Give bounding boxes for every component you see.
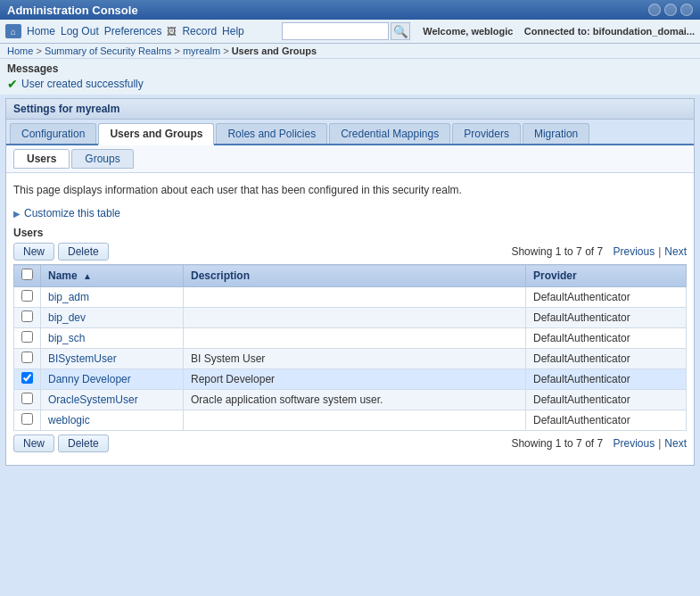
row-checkbox[interactable] [21,393,33,404]
main-tabs: Configuration Users and Groups Roles and… [6,120,694,145]
record-link[interactable]: Record [182,25,217,37]
image-icon: 🖼 [167,26,177,37]
delete-button-bottom[interactable]: Delete [58,435,109,452]
user-link[interactable]: bip_sch [48,332,85,344]
customize-label[interactable]: Customize this table [24,207,120,219]
tab-roles-and-policies[interactable]: Roles and Policies [216,123,327,144]
row-name-cell: OracleSystemUser [41,390,184,410]
row-checkbox-cell [14,349,41,369]
home-link[interactable]: Home [27,25,55,37]
row-description-cell [184,328,526,349]
window-controls [648,4,693,16]
row-checkbox[interactable] [21,352,33,363]
row-checkbox[interactable] [21,290,33,302]
paging-info-bottom: Showing 1 to 7 of 7 Previous | Next [511,437,687,450]
table-row: bip_adm DefaultAuthenticator [14,287,687,308]
table-row: BISystemUser BI System User DefaultAuthe… [14,349,687,369]
breadcrumb-summary[interactable]: Summary of Security Realms [45,46,171,56]
new-button-bottom[interactable]: New [13,435,54,452]
user-link[interactable]: bip_adm [48,291,89,303]
delete-button-top[interactable]: Delete [58,243,109,261]
close-btn[interactable] [680,4,693,16]
header-name[interactable]: Name ▲ [41,265,184,287]
user-link[interactable]: OracleSystemUser [48,393,138,406]
row-name-cell: bip_adm [41,287,184,308]
table-row: bip_sch DefaultAuthenticator [14,328,687,349]
breadcrumb-home[interactable]: Home [7,46,33,56]
row-description-cell: Report Developer [184,369,526,390]
row-name-cell: bip_sch [41,328,184,349]
breadcrumb-current: Users and Groups [232,46,317,56]
row-checkbox-cell [14,287,41,308]
previous-link-top[interactable]: Previous [614,245,655,258]
home-icon: ⌂ [5,24,21,38]
row-checkbox[interactable] [21,413,33,425]
minimize-btn[interactable] [648,4,661,16]
messages-label: Messages [7,62,693,75]
success-link[interactable]: User created successfully [21,78,144,90]
table-toolbar-top: New Delete Showing 1 to 7 of 7 Previous … [13,243,687,261]
user-link[interactable]: weblogic [48,414,90,426]
next-link-bottom[interactable]: Next [664,437,687,450]
row-provider-cell: DefaultAuthenticator [526,410,687,431]
triangle-icon: ▶ [13,209,21,219]
row-name-cell: weblogic [41,410,184,431]
users-table: Name ▲ Description Provider bip_adm Defa… [13,264,687,431]
logout-link[interactable]: Log Out [61,25,99,37]
row-provider-cell: DefaultAuthenticator [526,287,687,308]
content-area: This page displays information about eac… [6,173,694,465]
preferences-link[interactable]: Preferences [104,25,162,37]
tab-providers[interactable]: Providers [452,123,521,144]
paging-sep-bottom: | [658,437,661,450]
table-row: Danny Developer Report Developer Default… [14,369,687,390]
maximize-btn[interactable] [664,4,677,16]
subtab-users[interactable]: Users [13,149,70,169]
row-description-cell: BI System User [184,349,526,369]
row-checkbox-cell [14,369,41,390]
sub-tabs: Users Groups [6,145,694,173]
row-description-cell [184,287,526,308]
table-toolbar-bottom: New Delete Showing 1 to 7 of 7 Previous … [13,435,687,452]
tab-users-and-groups[interactable]: Users and Groups [98,123,214,145]
page-description: This page displays information about eac… [13,180,687,200]
row-checkbox[interactable] [21,310,33,322]
toolbar-buttons-top: New Delete [13,243,109,261]
breadcrumb-myrealm[interactable]: myrealm [183,46,220,56]
help-link[interactable]: Help [222,25,244,37]
row-checkbox[interactable] [21,331,33,343]
row-checkbox-cell [14,390,41,410]
row-provider-cell: DefaultAuthenticator [526,328,687,349]
previous-link-bottom[interactable]: Previous [614,437,655,450]
row-provider-cell: DefaultAuthenticator [526,349,687,369]
user-link[interactable]: BISystemUser [48,352,117,365]
messages-section: Messages ✔ User created successfully [0,59,700,95]
search-input[interactable] [282,22,389,40]
select-all-checkbox[interactable] [21,269,33,280]
connected-text: Connected to: bifoundation_domai... [524,26,695,37]
table-header-row: Name ▲ Description Provider [14,265,687,287]
paging-info-top: Showing 1 to 7 of 7 Previous | Next [511,245,687,258]
new-button-top[interactable]: New [13,243,54,261]
breadcrumb: Home > Summary of Security Realms > myre… [0,44,700,59]
success-icon: ✔ [7,77,18,91]
tab-credential-mappings[interactable]: Credential Mappings [329,123,450,144]
search-button[interactable]: 🔍 [391,22,410,40]
row-checkbox-cell [14,308,41,328]
settings-panel: Settings for myrealm Configuration Users… [5,98,695,466]
welcome-bar: Welcome, weblogic Connected to: bifounda… [423,26,695,37]
user-link[interactable]: Danny Developer [48,373,131,385]
app-title: Administration Console [7,4,138,17]
header-description: Description [184,265,526,287]
row-description-cell [184,308,526,328]
customize-table-link[interactable]: ▶ Customize this table [13,207,687,219]
settings-header: Settings for myrealm [6,99,694,120]
users-section-label: Users [13,227,687,239]
user-link[interactable]: bip_dev [48,311,86,324]
tab-migration[interactable]: Migration [523,123,589,144]
next-link-top[interactable]: Next [664,245,687,258]
row-name-cell: BISystemUser [41,349,184,369]
subtab-groups[interactable]: Groups [71,149,133,169]
row-checkbox[interactable] [21,372,33,384]
tab-configuration[interactable]: Configuration [10,123,96,144]
search-box: 🔍 [282,22,410,40]
